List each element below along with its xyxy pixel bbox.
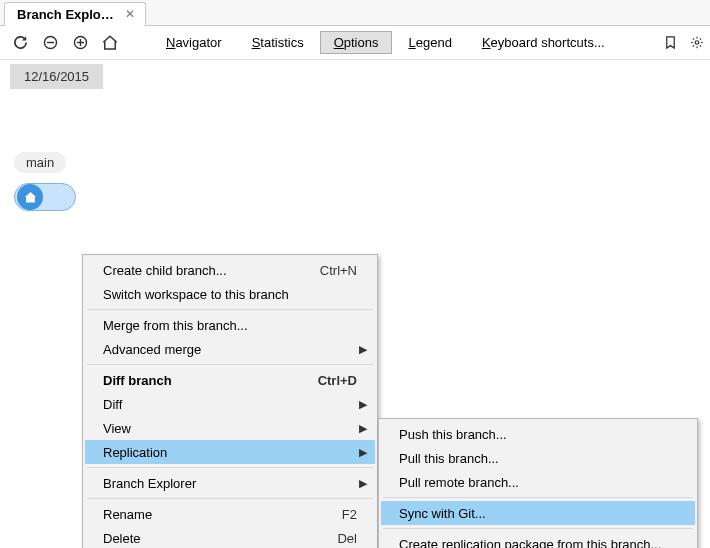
ctx-merge-from[interactable]: Merge from this branch... — [85, 313, 375, 337]
chevron-right-icon: ▶ — [359, 343, 367, 356]
chevron-right-icon: ▶ — [359, 477, 367, 490]
home-changeset-icon[interactable] — [17, 184, 43, 210]
zoom-in-icon[interactable] — [66, 29, 94, 57]
ctx-separator — [383, 497, 693, 498]
chevron-right-icon: ▶ — [359, 422, 367, 435]
zoom-out-icon[interactable] — [36, 29, 64, 57]
bookmark-icon[interactable] — [656, 29, 684, 57]
branch-label[interactable]: main — [14, 152, 66, 173]
ctx-replication[interactable]: Replication ▶ — [85, 440, 375, 464]
settings-icon[interactable] — [690, 29, 704, 57]
chevron-right-icon: ▶ — [359, 446, 367, 459]
sub-pull-remote-branch[interactable]: Pull remote branch... — [381, 470, 695, 494]
chevron-right-icon: ▶ — [359, 398, 367, 411]
ctx-advanced-merge[interactable]: Advanced merge ▶ — [85, 337, 375, 361]
menu-statistics[interactable]: Statistics — [238, 31, 318, 54]
sub-create-pkg-from-branch[interactable]: Create replication package from this bra… — [381, 532, 695, 548]
ctx-delete[interactable]: Delete Del — [85, 526, 375, 548]
ctx-switch-workspace[interactable]: Switch workspace to this branch — [85, 282, 375, 306]
menu-legend[interactable]: Legend — [394, 31, 465, 54]
menu-navigator[interactable]: Navigator — [152, 31, 236, 54]
replication-submenu: Push this branch... Pull this branch... … — [378, 418, 698, 548]
ctx-separator — [87, 364, 373, 365]
home-icon[interactable] — [96, 29, 124, 57]
branch-canvas[interactable]: 12/16/2015 main Create child branch... C… — [0, 60, 710, 548]
menu-keyboard-shortcuts[interactable]: Keyboard shortcuts... — [468, 31, 619, 54]
menu-keyboard-rest: eyboard shortcuts... — [491, 35, 605, 50]
ctx-diff-branch[interactable]: Diff branch Ctrl+D — [85, 368, 375, 392]
branch-track-main: main — [14, 152, 76, 213]
svg-point-5 — [695, 41, 699, 45]
tab-branch-explorer[interactable]: Branch Explore... ✕ — [4, 2, 146, 26]
tab-title: Branch Explore... — [17, 7, 117, 22]
ctx-rename[interactable]: Rename F2 — [85, 502, 375, 526]
ctx-diff[interactable]: Diff ▶ — [85, 392, 375, 416]
refresh-icon[interactable] — [6, 29, 34, 57]
sub-pull-branch[interactable]: Pull this branch... — [381, 446, 695, 470]
date-badge: 12/16/2015 — [10, 64, 103, 89]
ctx-separator — [87, 498, 373, 499]
toolbar: Navigator Statistics Options Legend Keyb… — [0, 26, 710, 60]
close-icon[interactable]: ✕ — [125, 8, 135, 20]
ctx-create-child-branch[interactable]: Create child branch... Ctrl+N — [85, 258, 375, 282]
ctx-separator — [87, 309, 373, 310]
menu-options-rest: ptions — [344, 35, 379, 50]
sub-push-branch[interactable]: Push this branch... — [381, 422, 695, 446]
menu-navigator-rest: avigator — [175, 35, 221, 50]
ctx-separator — [87, 467, 373, 468]
branch-context-menu: Create child branch... Ctrl+N Switch wor… — [82, 254, 378, 548]
ctx-separator — [383, 528, 693, 529]
menu-options[interactable]: Options — [320, 31, 393, 54]
menu-statistics-rest: tatistics — [260, 35, 303, 50]
sub-sync-with-git[interactable]: Sync with Git... — [381, 501, 695, 525]
tab-bar: Branch Explore... ✕ — [0, 0, 710, 26]
branch-node-main[interactable] — [14, 183, 76, 213]
ctx-branch-explorer[interactable]: Branch Explorer ▶ — [85, 471, 375, 495]
menu-legend-rest: egend — [416, 35, 452, 50]
ctx-view[interactable]: View ▶ — [85, 416, 375, 440]
